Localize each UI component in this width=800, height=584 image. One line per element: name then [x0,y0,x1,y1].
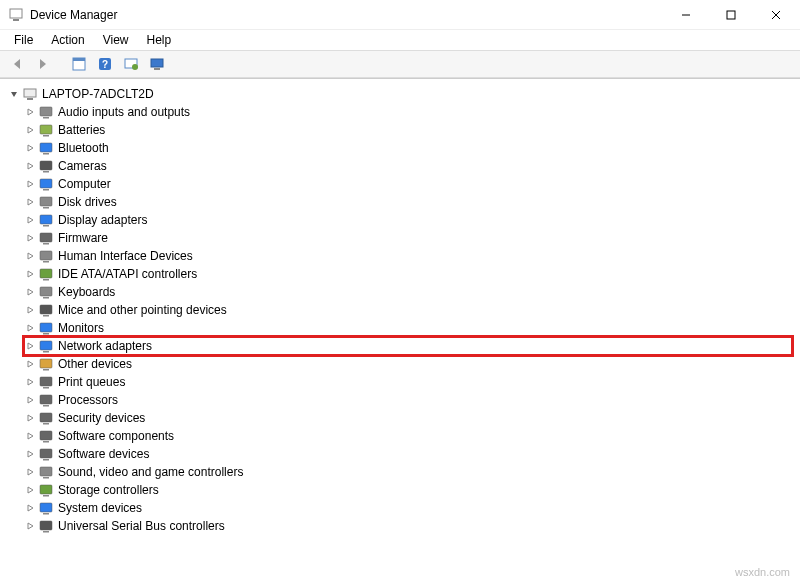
tree-item[interactable]: Human Interface Devices [24,247,792,265]
tree-item[interactable]: Bluetooth [24,139,792,157]
expand-icon[interactable] [24,268,36,280]
tree-item[interactable]: Sound, video and game controllers [24,463,792,481]
tree-item[interactable]: Mice and other pointing devices [24,301,792,319]
expand-icon[interactable] [24,304,36,316]
expand-icon[interactable] [24,232,36,244]
tree-item-label: Monitors [56,321,104,335]
menu-help[interactable]: Help [139,32,180,48]
svg-text:?: ? [102,59,108,70]
expand-icon[interactable] [24,484,36,496]
tree-item-label: Software devices [56,447,149,461]
expand-icon[interactable] [24,106,36,118]
expand-icon[interactable] [24,160,36,172]
close-button[interactable] [753,0,798,30]
tree-item[interactable]: Computer [24,175,792,193]
expand-icon[interactable] [24,502,36,514]
tree-item[interactable]: Display adapters [24,211,792,229]
tree-item[interactable]: Security devices [24,409,792,427]
menu-file[interactable]: File [6,32,41,48]
tree-item[interactable]: Monitors [24,319,792,337]
svg-rect-0 [10,9,22,18]
tree-item-label: Disk drives [56,195,117,209]
svg-rect-52 [40,431,52,440]
menu-view[interactable]: View [95,32,137,48]
tree-root-row[interactable]: LAPTOP-7ADCLT2D [8,85,792,103]
svg-rect-54 [40,449,52,458]
expand-icon[interactable] [24,142,36,154]
security-icon [38,410,54,426]
svg-rect-60 [40,503,52,512]
expand-icon[interactable] [24,178,36,190]
tree-item-label: Display adapters [56,213,147,227]
tree-item[interactable]: IDE ATA/ATAPI controllers [24,265,792,283]
tree-item[interactable]: Processors [24,391,792,409]
tree-item[interactable]: System devices [24,499,792,517]
swcomp-icon [38,428,54,444]
tree-item[interactable]: Print queues [24,373,792,391]
keyboard-icon [38,284,54,300]
svg-rect-1 [13,19,19,21]
expand-icon[interactable] [24,448,36,460]
tree-item-label: Universal Serial Bus controllers [56,519,225,533]
scan-button[interactable] [120,53,142,75]
tree-item[interactable]: Universal Serial Bus controllers [24,517,792,535]
help-button[interactable]: ? [94,53,116,75]
svg-rect-58 [40,485,52,494]
properties-button[interactable] [68,53,90,75]
expand-icon[interactable] [24,394,36,406]
expand-icon[interactable] [24,430,36,442]
minimize-button[interactable] [663,0,708,30]
maximize-button[interactable] [708,0,753,30]
svg-rect-62 [40,521,52,530]
tree-item[interactable]: Audio inputs and outputs [24,103,792,121]
tree-item-label: IDE ATA/ATAPI controllers [56,267,197,281]
monitor-icon [38,320,54,336]
tree-item[interactable]: Batteries [24,121,792,139]
tree-item[interactable]: Firmware [24,229,792,247]
svg-rect-57 [43,477,49,479]
tree-item[interactable]: Network adapters [24,337,792,355]
tree-item[interactable]: Software components [24,427,792,445]
svg-rect-15 [27,98,33,100]
hid-icon [38,248,54,264]
expand-icon[interactable] [24,196,36,208]
computer-root-icon [22,86,38,102]
svg-rect-48 [40,395,52,404]
expand-icon[interactable] [24,124,36,136]
svg-rect-38 [40,305,52,314]
expand-icon[interactable] [24,214,36,226]
svg-rect-40 [40,323,52,332]
tree-item[interactable]: Storage controllers [24,481,792,499]
svg-rect-33 [43,261,49,263]
tree-item-label: Firmware [56,231,108,245]
tree-item[interactable]: Other devices [24,355,792,373]
svg-rect-27 [43,207,49,209]
tree-item[interactable]: Cameras [24,157,792,175]
expand-icon[interactable] [24,412,36,424]
expand-icon[interactable] [24,520,36,532]
back-button[interactable] [6,53,28,75]
forward-button[interactable] [32,53,54,75]
expand-icon[interactable] [24,340,36,352]
device-tree[interactable]: LAPTOP-7ADCLT2D Audio inputs and outputs… [0,78,800,566]
expand-icon[interactable] [24,358,36,370]
svg-rect-59 [43,495,49,497]
tree-item[interactable]: Software devices [24,445,792,463]
svg-rect-49 [43,405,49,407]
svg-rect-39 [43,315,49,317]
expand-icon[interactable] [24,286,36,298]
collapse-icon[interactable] [8,88,20,100]
svg-rect-35 [43,279,49,281]
tree-item[interactable]: Keyboards [24,283,792,301]
computer-icon [38,176,54,192]
svg-rect-47 [43,387,49,389]
expand-icon[interactable] [24,322,36,334]
expand-icon[interactable] [24,376,36,388]
svg-rect-31 [43,243,49,245]
monitor-button[interactable] [146,53,168,75]
tree-item[interactable]: Disk drives [24,193,792,211]
expand-icon[interactable] [24,466,36,478]
menu-action[interactable]: Action [43,32,92,48]
menubar: File Action View Help [0,30,800,50]
expand-icon[interactable] [24,250,36,262]
